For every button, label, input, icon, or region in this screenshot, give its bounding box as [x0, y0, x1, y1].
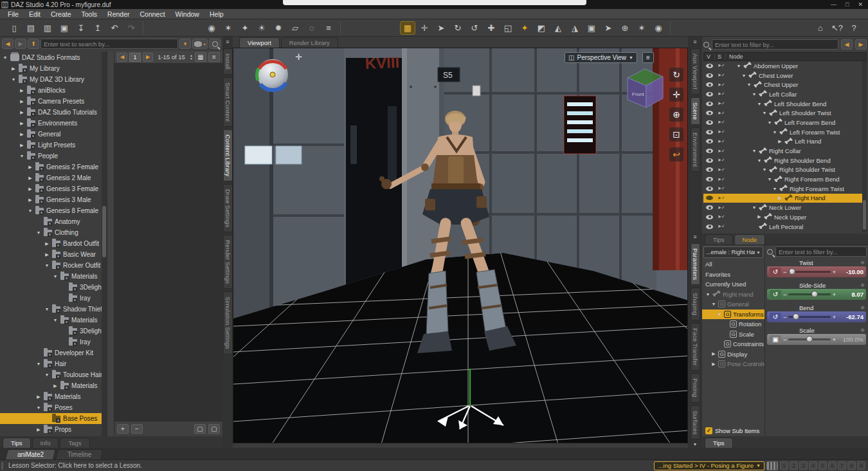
tree-item[interactable]: ▶Bardot Outfit [0, 238, 102, 249]
tree-item[interactable]: ▼Poses [0, 402, 102, 413]
scene-node-row[interactable]: ➤✓▼Chest Lower [703, 71, 862, 80]
parameter-group-item[interactable]: ▶GPose Controls [702, 359, 764, 369]
visibility-eye-icon[interactable] [706, 111, 713, 115]
side-tab-scene[interactable]: Scene [691, 97, 700, 125]
database-filter-button[interactable]: ▾ [192, 39, 208, 49]
viewport-menu-button[interactable]: ≡ [642, 52, 654, 63]
rotate-tool[interactable]: ↻ [450, 21, 466, 35]
collapse-icon[interactable]: ▼ [28, 208, 33, 213]
tree-item[interactable]: ▼Rocker Outfit [0, 260, 102, 271]
scene-node-row[interactable]: ➤✓▼Neck Lower [703, 203, 862, 212]
page-number-box[interactable]: 1 [129, 53, 141, 62]
scene-node-row[interactable]: ➤✓▼Left Forearm Twist [703, 127, 862, 137]
nav-forward-button[interactable]: ▶ [15, 39, 26, 49]
tab-render-library[interactable]: Render Library [281, 37, 338, 48]
scene-node-row[interactable]: ➤✓▼Left Shoulder Twist [703, 108, 862, 118]
visibility-eye-icon[interactable] [706, 82, 713, 87]
collapse-icon[interactable]: ▼ [767, 177, 772, 181]
slider-handle[interactable] [806, 336, 813, 342]
tree-item[interactable]: ▶Environments [0, 118, 102, 129]
frame-number-7[interactable]: 7 [838, 461, 846, 470]
scene-node-row[interactable]: ➤✓▶Left Hand [703, 137, 862, 147]
parameter-group-item[interactable]: ▼GGeneral [702, 299, 764, 309]
tree-item[interactable]: ▼Clothing [0, 227, 102, 238]
visibility-eye-icon[interactable] [706, 196, 713, 200]
tree-item[interactable]: ▼Materials [0, 271, 102, 282]
slider-increment[interactable]: + [833, 314, 836, 320]
tree-item[interactable]: ▶General [0, 129, 102, 140]
expand-icon[interactable]: ▶ [711, 362, 716, 367]
surface-selection-tool[interactable]: ◩ [534, 21, 549, 35]
selectable-cursor-icon[interactable]: ➤✓ [718, 73, 726, 78]
visibility-eye-icon[interactable] [706, 73, 713, 78]
tab-info[interactable]: Info [32, 438, 59, 448]
visibility-eye-icon[interactable] [706, 187, 713, 191]
side-tab-install[interactable]: Install [223, 48, 233, 75]
tab-tips[interactable]: Tips [705, 438, 733, 448]
selectable-cursor-icon[interactable]: ➤✓ [718, 186, 726, 191]
node-selection-tool[interactable]: ➤ [433, 21, 449, 35]
selectable-cursor-icon[interactable]: ➤✓ [718, 224, 726, 229]
prev-page-button[interactable]: ◀ [117, 53, 127, 62]
parameter-group-item[interactable]: All [702, 259, 764, 270]
menu-help[interactable]: Help [204, 9, 229, 19]
tab-timeline[interactable]: Timeline [55, 449, 104, 459]
tab-animate2[interactable]: aniMate2 [5, 449, 56, 459]
daz-home-button[interactable]: ⌂ [813, 21, 828, 35]
tree-item[interactable]: ▶Props [0, 424, 102, 435]
selectable-cursor-icon[interactable]: ➤✓ [718, 149, 726, 154]
create-null-button[interactable]: ◌ [304, 21, 320, 35]
tree-scrollbar[interactable] [102, 52, 107, 436]
lesson-dropdown[interactable]: ...ing Started > IV - Posing a Figure ▼ [654, 461, 764, 470]
visibility-eye-icon[interactable] [706, 205, 713, 210]
active-pose-tool[interactable]: ✦ [517, 21, 532, 35]
side-tab-smart-content[interactable]: Smart Content [223, 77, 233, 127]
tree-item[interactable]: ▶Materials [0, 380, 102, 391]
slider-track[interactable] [788, 338, 830, 340]
undo-button[interactable]: ↶ [107, 21, 122, 35]
selectable-cursor-icon[interactable]: ➤✓ [718, 177, 726, 182]
parameter-group-item[interactable]: Favorites [702, 270, 764, 280]
visibility-eye-icon[interactable] [706, 64, 713, 68]
menu-edit[interactable]: Edit [24, 9, 46, 19]
orientation-ball[interactable] [251, 53, 294, 96]
expand-icon[interactable]: ▶ [11, 66, 16, 71]
expand-icon[interactable]: ▶ [19, 110, 24, 115]
menu-create[interactable]: Create [46, 9, 77, 19]
3d-scene[interactable]: KVIII S5 [233, 48, 688, 443]
expand-icon[interactable]: ▶ [28, 187, 33, 192]
collapse-icon[interactable]: ▼ [36, 405, 41, 410]
tab-node[interactable]: Node [734, 234, 766, 245]
scene-node-row[interactable]: ➤✓▼Right Shoulder Twist [703, 165, 862, 175]
selectable-cursor-icon[interactable]: ➤✓ [718, 91, 726, 97]
nav-back-button[interactable]: ◀ [2, 39, 14, 49]
tree-item[interactable]: ▶Genesis 2 Male [0, 172, 102, 183]
open-recent-button[interactable]: ▥ [40, 21, 55, 35]
slider-handle[interactable] [793, 313, 799, 320]
visibility-eye-icon[interactable] [706, 225, 713, 229]
tab-tips[interactable]: Tips [3, 438, 31, 448]
maximize-button[interactable]: □ [845, 1, 849, 8]
tab-viewport[interactable]: Viewport [239, 37, 280, 48]
library-search-input[interactable] [41, 39, 178, 49]
tree-item[interactable]: Iray [0, 293, 102, 304]
tree-item[interactable]: ▶Basic Wear [0, 249, 102, 260]
menu-connect[interactable]: Connect [135, 9, 170, 19]
panel-splitter[interactable] [107, 51, 114, 436]
frame-control[interactable]: ⊡ [669, 127, 683, 142]
pan-control[interactable]: ✛ [669, 88, 683, 102]
collapse-icon[interactable]: ▼ [772, 187, 777, 191]
slider-increment[interactable]: + [833, 269, 836, 275]
side-tab-content-library[interactable]: Content Library [223, 129, 233, 181]
create-point-light-button[interactable]: ✦ [237, 21, 253, 35]
frame-number-9[interactable]: 9 [857, 461, 865, 470]
collapse-icon[interactable]: ▼ [752, 92, 757, 97]
remove-item-button[interactable]: − [131, 424, 143, 434]
tree-item[interactable]: ▶Camera Presets [0, 96, 102, 107]
list-view-button[interactable]: ≡ [208, 52, 220, 62]
selectable-cursor-icon[interactable]: ➤✓ [718, 205, 726, 210]
frame-number-2[interactable]: 2 [790, 461, 798, 470]
universal-manipulator-tool[interactable]: ✛ [417, 21, 432, 35]
collapse-icon[interactable]: ▼ [44, 373, 50, 377]
open-file-button[interactable]: ▤ [23, 21, 39, 35]
